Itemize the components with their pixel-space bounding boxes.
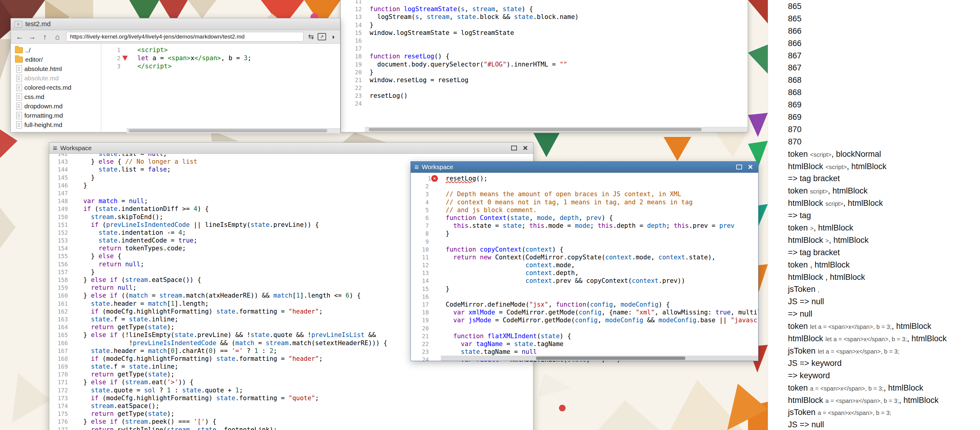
close-button[interactable]: × <box>746 163 755 171</box>
code-token: ( <box>457 5 461 13</box>
file-item[interactable]: full-height.md <box>11 120 101 129</box>
code-line[interactable]: function Context(state, mode, depth, pre… <box>445 214 758 222</box>
code-line[interactable]: // Depth means the amount of open braces… <box>445 190 758 198</box>
code-token: ; <box>248 54 251 62</box>
code-line[interactable]: return getType(state); <box>76 371 533 378</box>
file-item[interactable]: css.md <box>11 92 101 101</box>
file-item[interactable]: ../ <box>11 45 101 55</box>
code-line[interactable]: return switchInline(stream, state, footn… <box>76 426 533 430</box>
gutter-row: 156 <box>49 260 71 268</box>
code-line[interactable]: CodeMirror.defineMode("jsx", function(co… <box>445 301 758 309</box>
contrast-icon[interactable]: ◑ <box>328 33 338 41</box>
file-item[interactable]: colored-rects.md <box>11 83 101 92</box>
menu-icon[interactable]: ≡ <box>414 163 419 171</box>
code-token <box>76 308 91 315</box>
url-input[interactable] <box>66 32 304 42</box>
code-line[interactable]: } <box>370 68 748 76</box>
titlebar-workspace-left[interactable]: ≡ Workspace × <box>49 142 533 154</box>
code-line[interactable]: context.mode, <box>445 261 758 269</box>
code-line[interactable] <box>370 0 748 5</box>
code-token: 4 <box>194 205 197 213</box>
code-line[interactable]: return getType(state); <box>76 410 533 418</box>
code-line[interactable] <box>370 37 748 45</box>
code-line[interactable]: state.quote = sol ? 1 : state.quote + 1; <box>76 386 533 394</box>
maximize-button[interactable] <box>735 163 743 171</box>
code-line[interactable]: </script> <box>137 62 340 70</box>
code-line[interactable] <box>445 293 758 301</box>
code-line[interactable]: } <box>445 285 758 293</box>
horizontal-scrollbar[interactable] <box>441 356 758 361</box>
shuffle-icon[interactable]: ⇆ <box>306 33 316 41</box>
code-token: state <box>99 166 118 173</box>
code-line[interactable]: // and js block comment. <box>445 206 758 214</box>
scrollbar-thumb[interactable] <box>369 128 702 131</box>
horizontal-scrollbar[interactable] <box>365 127 748 132</box>
markdown-editor[interactable]: 123<script>let a = <span>x</span>, b = 3… <box>101 44 340 133</box>
code-token: 1 <box>235 387 239 394</box>
code-token: "quote" <box>288 395 315 402</box>
code-line[interactable]: window.resetLog = resetLog <box>370 76 748 84</box>
titlebar-workspace-right[interactable]: ≡ Workspace × <box>411 161 758 173</box>
titlebar-test2[interactable]: ≡ test2.md <box>11 18 340 30</box>
maximize-button[interactable] <box>510 144 518 152</box>
code-line[interactable] <box>370 45 748 52</box>
code-token: .state = <box>469 222 503 229</box>
code-line[interactable]: context.prev && copyContext(context.prev… <box>445 277 758 285</box>
code-line[interactable]: window.logStreamState = logStreamState <box>370 29 748 37</box>
code-line[interactable]: resetLog() <box>370 92 748 100</box>
code-line[interactable] <box>445 182 758 190</box>
code-line[interactable]: resetLog(); <box>445 174 758 182</box>
file-item[interactable]: editor/ <box>11 55 101 64</box>
menu-icon[interactable]: ≡ <box>53 144 57 152</box>
code-line[interactable] <box>370 84 748 92</box>
file-item[interactable]: formatting.md <box>11 111 101 120</box>
home-button[interactable]: ⌂ <box>51 31 64 42</box>
scrollbar-thumb[interactable] <box>129 129 327 133</box>
file-item[interactable]: absolute.html <box>11 64 101 74</box>
code-line[interactable]: logStream(s, stream, state.block && stat… <box>370 13 748 21</box>
code-line[interactable]: <script> <box>137 46 340 54</box>
code-line[interactable] <box>445 324 758 332</box>
code-line[interactable]: } else if (stream.eat('>')) { <box>76 378 533 386</box>
close-button[interactable]: × <box>521 144 530 152</box>
code-line[interactable]: var xmlMode = CodeMirror.getMode(config,… <box>445 309 758 316</box>
back-button[interactable]: ← <box>13 31 26 42</box>
code-line[interactable]: } <box>445 230 758 237</box>
line-number: 14 <box>422 277 429 285</box>
code-line[interactable]: // context 0 means not in tag, 1 means i… <box>445 198 758 206</box>
code-line[interactable]: } else if (stream.peek() === '[') { <box>76 418 533 425</box>
code-token <box>76 197 83 205</box>
code-line[interactable]: state.f = state.inline; <box>76 363 533 371</box>
log-token-text: let a = <span>x</span>, b = 3; <box>810 323 892 330</box>
code-line[interactable]: var tagName = state.tagName <box>445 340 758 348</box>
scrollbar-thumb[interactable] <box>536 356 685 360</box>
code-line[interactable]: function resetLog() { <box>370 52 748 60</box>
code-line[interactable]: var jsMode = CodeMirror.getMode(config, … <box>445 316 758 324</box>
code-line[interactable]: this.state = state; this.mode = mode; th… <box>445 222 758 230</box>
file-item[interactable]: absolute.md <box>11 74 101 83</box>
code-line[interactable] <box>370 100 748 107</box>
up-button[interactable]: ↑ <box>38 31 51 42</box>
code-line[interactable]: if (modeCfg.highlightFormatting) state.f… <box>76 394 533 402</box>
workspace-editor[interactable]: 1×23456789101112131415161718192021222324… <box>411 173 758 363</box>
log-text: token <box>788 223 810 232</box>
forward-button[interactable]: → <box>26 31 38 42</box>
code-line[interactable] <box>445 238 758 246</box>
code-line[interactable]: } <box>370 21 748 29</box>
code-line[interactable]: function copyContext(context) { <box>445 246 758 253</box>
code-line[interactable]: stream.eatSpace(); <box>76 402 533 410</box>
code-line[interactable]: return new Context(CodeMirror.copyState(… <box>445 253 758 261</box>
log-text: 866 <box>788 39 802 48</box>
code-editor[interactable]: 1112131415161718192021222324function log… <box>341 0 748 132</box>
code-line[interactable]: state.tagName = null <box>445 348 758 356</box>
code-line[interactable]: state.list = null; <box>76 154 533 158</box>
file-item[interactable]: dropdown.md <box>11 101 101 111</box>
code-line[interactable]: context.depth, <box>445 269 758 277</box>
code-line[interactable]: function logStreamState(s, stream, state… <box>370 5 748 13</box>
code-line[interactable]: document.body.querySelector("#LOG").inne… <box>370 61 748 68</box>
folder-icon <box>15 47 23 53</box>
open-external-icon[interactable]: ↗ <box>318 33 326 40</box>
horizontal-scrollbar[interactable] <box>127 128 340 133</box>
code-line[interactable]: function flatXMLIndent(state) { <box>445 332 758 340</box>
code-line[interactable]: let a = <span>x</span>, b = 3; <box>137 54 340 62</box>
